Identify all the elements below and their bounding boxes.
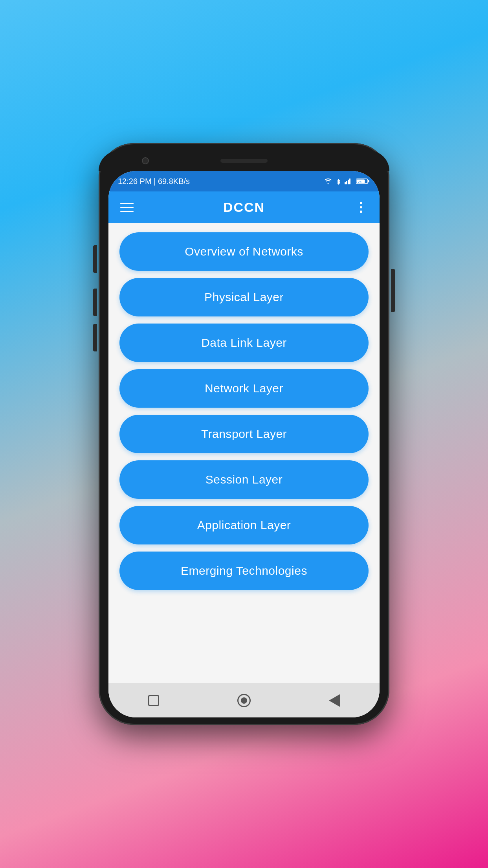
overflow-menu-button[interactable]: ⋮ bbox=[354, 200, 368, 215]
phone-device: 12:26 PM | 69.8KB/s bbox=[99, 143, 389, 725]
menu-item-emerging[interactable]: Emerging Technologies bbox=[119, 552, 369, 590]
svg-rect-0 bbox=[345, 182, 346, 184]
status-bar: 12:26 PM | 69.8KB/s bbox=[108, 171, 380, 191]
back-icon bbox=[329, 694, 340, 707]
nav-back-button[interactable] bbox=[323, 689, 346, 712]
nav-recents-button[interactable] bbox=[142, 689, 165, 712]
menu-item-network[interactable]: Network Layer bbox=[119, 369, 369, 408]
battery-icon: 74 bbox=[356, 178, 370, 184]
menu-item-application[interactable]: Application Layer bbox=[119, 506, 369, 544]
hamburger-menu-button[interactable] bbox=[120, 203, 134, 212]
menu-item-physical[interactable]: Physical Layer bbox=[119, 278, 369, 316]
svg-text:74: 74 bbox=[358, 180, 361, 184]
wifi-icon bbox=[324, 178, 332, 184]
hamburger-line-3 bbox=[120, 211, 134, 212]
menu-item-data-link[interactable]: Data Link Layer bbox=[119, 324, 369, 362]
svg-rect-1 bbox=[346, 181, 347, 184]
nav-home-button[interactable] bbox=[232, 689, 256, 712]
home-icon bbox=[237, 694, 251, 707]
svg-rect-6 bbox=[368, 180, 369, 182]
phone-screen: 12:26 PM | 69.8KB/s bbox=[108, 171, 380, 717]
bottom-navigation bbox=[108, 683, 380, 717]
menu-item-transport[interactable]: Transport Layer bbox=[119, 415, 369, 453]
svg-rect-2 bbox=[348, 180, 349, 184]
svg-rect-3 bbox=[349, 178, 350, 184]
camera bbox=[142, 157, 149, 164]
recents-icon bbox=[148, 695, 159, 706]
content-area: Overview of Networks Physical Layer Data… bbox=[108, 223, 380, 683]
notch-area bbox=[99, 151, 389, 171]
menu-item-overview[interactable]: Overview of Networks bbox=[119, 232, 369, 271]
signal-icon bbox=[344, 178, 353, 184]
app-title: DCCN bbox=[223, 200, 265, 215]
bluetooth-icon bbox=[336, 177, 341, 185]
menu-item-session[interactable]: Session Layer bbox=[119, 460, 369, 499]
status-icons: 74 bbox=[324, 177, 370, 185]
status-time: 12:26 PM | 69.8KB/s bbox=[118, 177, 190, 186]
hamburger-line-1 bbox=[120, 203, 134, 204]
hamburger-line-2 bbox=[120, 207, 134, 208]
speaker bbox=[220, 159, 268, 163]
app-toolbar: DCCN ⋮ bbox=[108, 191, 380, 223]
